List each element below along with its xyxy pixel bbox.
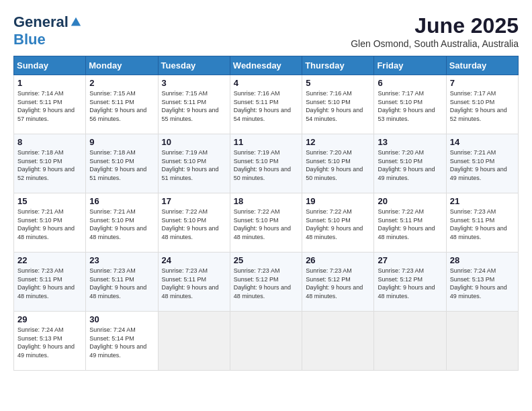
day-number: 14 bbox=[450, 137, 515, 147]
logo-icon bbox=[70, 16, 82, 28]
day-number: 29 bbox=[17, 314, 82, 324]
day-info: Sunrise: 7:22 AMSunset: 5:11 PMDaylight:… bbox=[378, 208, 442, 241]
day-info: Sunrise: 7:23 AMSunset: 5:12 PMDaylight:… bbox=[306, 267, 370, 300]
calendar-cell-20: 20Sunrise: 7:22 AMSunset: 5:11 PMDayligh… bbox=[374, 193, 446, 253]
logo: General Blue bbox=[13, 13, 82, 48]
calendar-cell-19: 19Sunrise: 7:22 AMSunset: 5:10 PMDayligh… bbox=[302, 193, 374, 253]
calendar-cell-7: 7Sunrise: 7:17 AMSunset: 5:10 PMDaylight… bbox=[446, 75, 518, 134]
day-info: Sunrise: 7:24 AMSunset: 5:13 PMDaylight:… bbox=[17, 326, 82, 359]
calendar-cell-27: 27Sunrise: 7:23 AMSunset: 5:12 PMDayligh… bbox=[374, 253, 446, 312]
week-row-1: 1Sunrise: 7:14 AMSunset: 5:11 PMDaylight… bbox=[14, 75, 519, 134]
day-number: 13 bbox=[378, 137, 442, 147]
day-number: 22 bbox=[17, 255, 82, 265]
calendar-cell-18: 18Sunrise: 7:22 AMSunset: 5:10 PMDayligh… bbox=[230, 193, 302, 253]
day-number: 8 bbox=[17, 137, 82, 147]
weekday-header-monday: Monday bbox=[86, 56, 158, 75]
day-info: Sunrise: 7:24 AMSunset: 5:13 PMDaylight:… bbox=[450, 267, 515, 300]
page-header: General Blue June 2025 Glen Osmond, Sout… bbox=[13, 13, 519, 49]
day-info: Sunrise: 7:17 AMSunset: 5:10 PMDaylight:… bbox=[450, 89, 515, 123]
day-number: 3 bbox=[162, 78, 226, 88]
day-info: Sunrise: 7:21 AMSunset: 5:10 PMDaylight:… bbox=[450, 148, 515, 182]
day-number: 19 bbox=[306, 196, 370, 206]
calendar-cell-14: 14Sunrise: 7:21 AMSunset: 5:10 PMDayligh… bbox=[446, 134, 518, 193]
day-number: 27 bbox=[378, 255, 442, 265]
day-info: Sunrise: 7:24 AMSunset: 5:14 PMDaylight:… bbox=[89, 326, 154, 359]
day-info: Sunrise: 7:23 AMSunset: 5:12 PMDaylight:… bbox=[378, 267, 442, 300]
day-number: 25 bbox=[234, 255, 298, 265]
calendar-cell-11: 11Sunrise: 7:19 AMSunset: 5:10 PMDayligh… bbox=[230, 134, 302, 193]
calendar-cell-28: 28Sunrise: 7:24 AMSunset: 5:13 PMDayligh… bbox=[446, 253, 518, 312]
day-info: Sunrise: 7:15 AMSunset: 5:11 PMDaylight:… bbox=[89, 89, 154, 123]
day-info: Sunrise: 7:17 AMSunset: 5:10 PMDaylight:… bbox=[378, 89, 442, 123]
day-info: Sunrise: 7:23 AMSunset: 5:11 PMDaylight:… bbox=[162, 267, 226, 300]
day-number: 15 bbox=[17, 196, 82, 206]
calendar-cell-26: 26Sunrise: 7:23 AMSunset: 5:12 PMDayligh… bbox=[302, 253, 374, 312]
calendar-table: SundayMondayTuesdayWednesdayThursdayFrid… bbox=[13, 56, 519, 371]
calendar-cell-empty bbox=[374, 312, 446, 371]
location-subtitle: Glen Osmond, South Australia, Australia bbox=[351, 38, 519, 49]
day-number: 20 bbox=[378, 196, 442, 206]
calendar-cell-12: 12Sunrise: 7:20 AMSunset: 5:10 PMDayligh… bbox=[302, 134, 374, 193]
calendar-cell-6: 6Sunrise: 7:17 AMSunset: 5:10 PMDaylight… bbox=[374, 75, 446, 134]
week-row-4: 22Sunrise: 7:23 AMSunset: 5:11 PMDayligh… bbox=[14, 253, 519, 312]
day-info: Sunrise: 7:19 AMSunset: 5:10 PMDaylight:… bbox=[162, 148, 226, 182]
logo-blue-text: Blue bbox=[13, 31, 46, 48]
day-info: Sunrise: 7:22 AMSunset: 5:10 PMDaylight:… bbox=[234, 208, 298, 241]
calendar-cell-10: 10Sunrise: 7:19 AMSunset: 5:10 PMDayligh… bbox=[158, 134, 230, 193]
calendar-cell-empty bbox=[302, 312, 374, 371]
day-number: 23 bbox=[89, 255, 154, 265]
day-info: Sunrise: 7:20 AMSunset: 5:10 PMDaylight:… bbox=[306, 148, 370, 182]
day-number: 4 bbox=[234, 78, 298, 88]
day-info: Sunrise: 7:16 AMSunset: 5:11 PMDaylight:… bbox=[234, 89, 298, 123]
day-info: Sunrise: 7:23 AMSunset: 5:11 PMDaylight:… bbox=[17, 267, 82, 300]
calendar-cell-2: 2Sunrise: 7:15 AMSunset: 5:11 PMDaylight… bbox=[86, 75, 158, 134]
day-number: 18 bbox=[234, 196, 298, 206]
day-info: Sunrise: 7:22 AMSunset: 5:10 PMDaylight:… bbox=[306, 208, 370, 241]
calendar-cell-5: 5Sunrise: 7:16 AMSunset: 5:10 PMDaylight… bbox=[302, 75, 374, 134]
weekday-header-sunday: Sunday bbox=[14, 56, 86, 75]
day-number: 16 bbox=[89, 196, 154, 206]
weekday-header-thursday: Thursday bbox=[302, 56, 374, 75]
day-info: Sunrise: 7:21 AMSunset: 5:10 PMDaylight:… bbox=[17, 208, 82, 241]
day-number: 30 bbox=[89, 314, 154, 324]
day-info: Sunrise: 7:19 AMSunset: 5:10 PMDaylight:… bbox=[234, 148, 298, 182]
month-year-title: June 2025 bbox=[351, 13, 519, 38]
day-number: 28 bbox=[450, 255, 515, 265]
day-number: 12 bbox=[306, 137, 370, 147]
day-info: Sunrise: 7:23 AMSunset: 5:11 PMDaylight:… bbox=[450, 208, 515, 241]
weekday-header-saturday: Saturday bbox=[446, 56, 518, 75]
title-block: June 2025 Glen Osmond, South Australia, … bbox=[351, 13, 519, 49]
calendar-cell-8: 8Sunrise: 7:18 AMSunset: 5:10 PMDaylight… bbox=[14, 134, 86, 193]
calendar-cell-16: 16Sunrise: 7:21 AMSunset: 5:10 PMDayligh… bbox=[86, 193, 158, 253]
day-info: Sunrise: 7:18 AMSunset: 5:10 PMDaylight:… bbox=[89, 148, 154, 182]
calendar-cell-22: 22Sunrise: 7:23 AMSunset: 5:11 PMDayligh… bbox=[14, 253, 86, 312]
week-row-2: 8Sunrise: 7:18 AMSunset: 5:10 PMDaylight… bbox=[14, 134, 519, 193]
week-row-3: 15Sunrise: 7:21 AMSunset: 5:10 PMDayligh… bbox=[14, 193, 519, 253]
weekday-header-tuesday: Tuesday bbox=[158, 56, 230, 75]
calendar-cell-4: 4Sunrise: 7:16 AMSunset: 5:11 PMDaylight… bbox=[230, 75, 302, 134]
calendar-cell-15: 15Sunrise: 7:21 AMSunset: 5:10 PMDayligh… bbox=[14, 193, 86, 253]
calendar-cell-30: 30Sunrise: 7:24 AMSunset: 5:14 PMDayligh… bbox=[86, 312, 158, 371]
weekday-header-wednesday: Wednesday bbox=[230, 56, 302, 75]
day-number: 9 bbox=[89, 137, 154, 147]
day-info: Sunrise: 7:18 AMSunset: 5:10 PMDaylight:… bbox=[17, 148, 82, 182]
calendar-cell-empty bbox=[446, 312, 518, 371]
day-number: 10 bbox=[162, 137, 226, 147]
calendar-cell-24: 24Sunrise: 7:23 AMSunset: 5:11 PMDayligh… bbox=[158, 253, 230, 312]
weekday-header-row: SundayMondayTuesdayWednesdayThursdayFrid… bbox=[14, 56, 519, 75]
calendar-cell-1: 1Sunrise: 7:14 AMSunset: 5:11 PMDaylight… bbox=[14, 75, 86, 134]
calendar-cell-13: 13Sunrise: 7:20 AMSunset: 5:10 PMDayligh… bbox=[374, 134, 446, 193]
svg-marker-0 bbox=[71, 17, 81, 26]
day-number: 17 bbox=[162, 196, 226, 206]
day-number: 6 bbox=[378, 78, 442, 88]
calendar-cell-17: 17Sunrise: 7:22 AMSunset: 5:10 PMDayligh… bbox=[158, 193, 230, 253]
week-row-5: 29Sunrise: 7:24 AMSunset: 5:13 PMDayligh… bbox=[14, 312, 519, 371]
day-info: Sunrise: 7:23 AMSunset: 5:11 PMDaylight:… bbox=[89, 267, 154, 300]
day-info: Sunrise: 7:22 AMSunset: 5:10 PMDaylight:… bbox=[162, 208, 226, 241]
day-info: Sunrise: 7:14 AMSunset: 5:11 PMDaylight:… bbox=[17, 89, 82, 123]
day-info: Sunrise: 7:23 AMSunset: 5:12 PMDaylight:… bbox=[234, 267, 298, 300]
calendar-cell-empty bbox=[158, 312, 230, 371]
day-number: 24 bbox=[162, 255, 226, 265]
day-number: 26 bbox=[306, 255, 370, 265]
day-number: 2 bbox=[89, 78, 154, 88]
